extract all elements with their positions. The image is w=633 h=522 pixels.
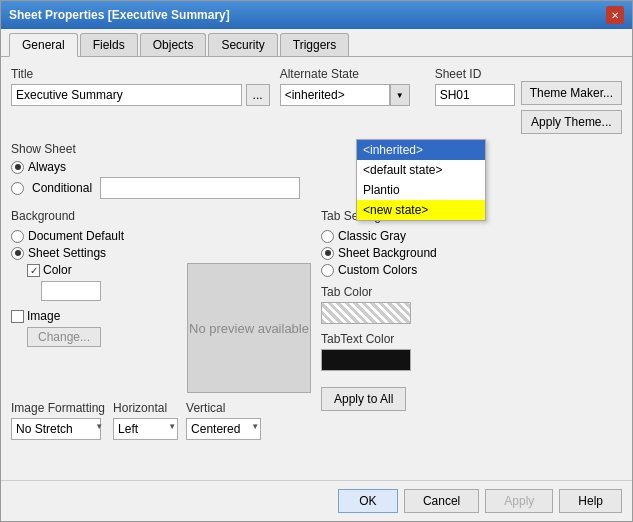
preview-box: No preview available <box>187 263 311 393</box>
always-radio-row: Always <box>11 160 622 174</box>
classic-gray-label: Classic Gray <box>338 229 406 243</box>
dialog-title: Sheet Properties [Executive Summary] <box>9 8 230 22</box>
help-button[interactable]: Help <box>559 489 622 513</box>
conditional-label: Conditional <box>32 181 92 195</box>
tab-text-color-section: TabText Color <box>321 332 622 371</box>
title-label: Title <box>11 67 270 81</box>
vertical-select-wrap: Top Centered Bottom <box>186 418 261 440</box>
conditional-radio[interactable] <box>11 182 24 195</box>
alternate-state-section: Alternate State <inherited> <default sta… <box>280 67 425 106</box>
sheet-id-input[interactable] <box>435 84 515 106</box>
tab-color-label: Tab Color <box>321 285 622 299</box>
ok-button[interactable]: OK <box>338 489 398 513</box>
color-checkbox[interactable]: ✓ <box>27 264 40 277</box>
apply-theme-button[interactable]: Apply Theme... <box>521 110 622 134</box>
conditional-radio-row: Conditional <box>11 177 622 199</box>
color-swatch[interactable] <box>41 281 101 301</box>
title-ellipsis-button[interactable]: ... <box>246 84 270 106</box>
horizontal-label: Horizontal <box>113 401 178 415</box>
image-format-group: Image Formatting No Stretch Stretch Keep… <box>11 401 105 440</box>
horizontal-format-group: Horizontal Left Center Right <box>113 401 178 440</box>
vertical-format-group: Vertical Top Centered Bottom <box>186 401 261 440</box>
custom-colors-radio-row: Custom Colors <box>321 263 622 277</box>
apply-button[interactable]: Apply <box>485 489 553 513</box>
main-panels: Background Document Default Sheet Settin… <box>11 209 622 440</box>
dropdown-item-inherited[interactable]: <inherited> <box>357 140 485 160</box>
horizontal-select[interactable]: Left Center Right <box>113 418 178 440</box>
sheet-id-and-theme: Sheet ID Theme Maker... Apply Theme... <box>435 67 622 134</box>
sheet-id-section: Sheet ID <box>435 67 515 106</box>
image-formatting-section: Image Formatting No Stretch Stretch Keep… <box>11 401 311 440</box>
sheet-settings-label: Sheet Settings <box>28 246 106 260</box>
horizontal-select-wrap: Left Center Right <box>113 418 178 440</box>
tab-general[interactable]: General <box>9 33 78 57</box>
theme-maker-button[interactable]: Theme Maker... <box>521 81 622 105</box>
alternate-state-dropdown: <inherited> <default state> Plantio <new… <box>356 139 486 221</box>
tab-triggers[interactable]: Triggers <box>280 33 350 56</box>
sheet-settings-radio[interactable] <box>11 247 24 260</box>
doc-default-label: Document Default <box>28 229 124 243</box>
show-sheet-label: Show Sheet <box>11 142 622 156</box>
sheet-id-label: Sheet ID <box>435 67 515 81</box>
classic-gray-radio[interactable] <box>321 230 334 243</box>
bg-controls: ✓ Color Ima <box>11 263 181 393</box>
main-content: Title ... Alternate State <inherited> <d… <box>1 57 632 480</box>
tab-text-color-swatch[interactable] <box>321 349 411 371</box>
tabs-bar: General Fields Objects Security Triggers <box>1 29 632 57</box>
color-checkbox-row: ✓ Color <box>27 263 181 277</box>
image-format-select[interactable]: No Stretch Stretch Keep Aspect Ratio Fil… <box>11 418 101 440</box>
dropdown-item-plantio[interactable]: Plantio <box>357 180 485 200</box>
always-radio[interactable] <box>11 161 24 174</box>
alternate-state-select-wrapper: <inherited> <default state> Plantio <new… <box>280 84 410 106</box>
color-checkbox-container[interactable]: ✓ Color <box>27 263 72 277</box>
sheet-background-radio[interactable] <box>321 247 334 260</box>
background-section: Background Document Default Sheet Settin… <box>11 209 311 440</box>
dropdown-item-default-state[interactable]: <default state> <box>357 160 485 180</box>
preview-text: No preview available <box>189 321 309 336</box>
change-button[interactable]: Change... <box>27 327 101 347</box>
tab-settings-section: Tab Settings Classic Gray Sheet Backgrou… <box>321 209 622 440</box>
conditional-input[interactable] <box>100 177 300 199</box>
title-input[interactable] <box>11 84 242 106</box>
doc-default-radio-row: Document Default <box>11 229 311 243</box>
image-checkbox-row: Image <box>11 309 181 323</box>
always-radio-dot <box>15 164 21 170</box>
title-bar: Sheet Properties [Executive Summary] ✕ <box>1 1 632 29</box>
title-section: Title ... <box>11 67 270 106</box>
always-label: Always <box>28 160 66 174</box>
top-controls: Title ... Alternate State <inherited> <d… <box>11 67 622 134</box>
image-format-label: Image Formatting <box>11 401 105 415</box>
alternate-state-dropdown-arrow: ▼ <box>390 84 410 106</box>
dropdown-item-new-state[interactable]: <new state> <box>357 200 485 220</box>
image-checkbox[interactable] <box>11 310 24 323</box>
image-format-select-wrap: No Stretch Stretch Keep Aspect Ratio Fil… <box>11 418 105 440</box>
theme-buttons: Theme Maker... Apply Theme... <box>521 81 622 134</box>
tab-security[interactable]: Security <box>208 33 277 56</box>
image-checkbox-container[interactable]: Image <box>11 309 60 323</box>
tab-color-swatch[interactable] <box>321 302 411 324</box>
color-label: Color <box>43 263 72 277</box>
dialog: Sheet Properties [Executive Summary] ✕ G… <box>0 0 633 522</box>
tab-fields[interactable]: Fields <box>80 33 138 56</box>
sheet-settings-radio-row: Sheet Settings <box>11 246 311 260</box>
custom-colors-radio[interactable] <box>321 264 334 277</box>
close-button[interactable]: ✕ <box>606 6 624 24</box>
cancel-button[interactable]: Cancel <box>404 489 479 513</box>
sheet-settings-radio-dot <box>15 250 21 256</box>
background-label: Background <box>11 209 311 223</box>
sheet-background-radio-row: Sheet Background <box>321 246 622 260</box>
apply-to-all-button[interactable]: Apply to All <box>321 387 406 411</box>
alternate-state-select[interactable]: <inherited> <default state> Plantio <new… <box>280 84 390 106</box>
tab-color-section: Tab Color <box>321 285 622 324</box>
image-label: Image <box>27 309 60 323</box>
vertical-label: Vertical <box>186 401 261 415</box>
doc-default-radio[interactable] <box>11 230 24 243</box>
tab-objects[interactable]: Objects <box>140 33 207 56</box>
title-input-row: ... <box>11 84 270 106</box>
tab-text-color-label: TabText Color <box>321 332 622 346</box>
vertical-select[interactable]: Top Centered Bottom <box>186 418 261 440</box>
sheet-background-radio-dot <box>325 250 331 256</box>
sheet-background-label: Sheet Background <box>338 246 437 260</box>
custom-colors-label: Custom Colors <box>338 263 417 277</box>
preview-and-bg: ✓ Color Ima <box>11 263 311 393</box>
